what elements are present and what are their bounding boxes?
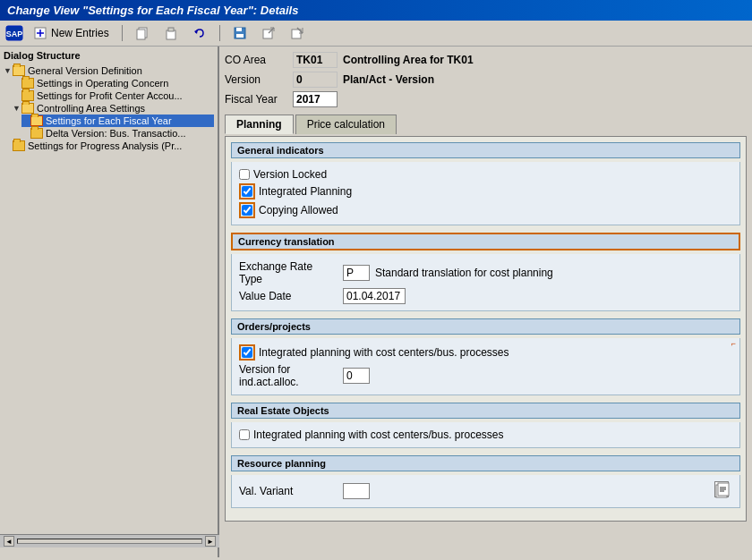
tree-label-prog: Settings for Progress Analysis (Pr... (28, 140, 182, 151)
tree-item-profit-center[interactable]: Settings for Profit Center Accou... (13, 89, 214, 102)
orders-projects-body: Integrated planning with cost centers/bu… (231, 338, 740, 395)
folder-icon-prog (13, 140, 25, 151)
folder-icon-oc (21, 78, 34, 89)
folder-icon-pc (21, 90, 34, 101)
integrated-planning-checkbox[interactable] (242, 186, 252, 197)
tree-label-dv: Delta Version: Bus. Transactio... (46, 128, 186, 139)
version-ind-act-label: Version for ind.act.alloc. (239, 363, 338, 388)
copying-allowed-checkbox[interactable] (242, 205, 252, 216)
co-area-label: CO Area (225, 54, 287, 66)
window-title: Change View "Settings for Each Fiscal Ye… (7, 4, 298, 17)
value-date-input[interactable] (343, 288, 406, 304)
val-variant-label: Val. Variant (239, 485, 338, 497)
value-date-label: Value Date (239, 290, 338, 302)
section-resource-planning: Resource planning Val. Variant (231, 455, 740, 508)
currency-translation-body: Exchange Rate Type Standard translation … (231, 254, 740, 311)
real-estate-integrated-planning-label: Integrated planning with cost centers/bu… (253, 428, 504, 441)
orders-integrated-planning-wrapper (239, 344, 255, 361)
svg-rect-11 (236, 28, 242, 31)
version-locked-row: Version Locked (239, 168, 732, 181)
sidebar-title: Dialog Structure (4, 50, 214, 61)
copying-allowed-label: Copying Allowed (259, 204, 338, 216)
version-locked-checkbox[interactable] (239, 169, 250, 180)
tab-price-calculation[interactable]: Price calculation (295, 115, 397, 134)
exchange-rate-type-desc: Standard translation for cost planning (375, 267, 553, 279)
tree-item-general[interactable]: ▼ General Version Definition (4, 64, 214, 77)
exchange-rate-type-input[interactable] (343, 265, 370, 281)
paste-button[interactable] (159, 23, 183, 43)
save-button[interactable] (228, 23, 252, 43)
version-ind-act-input[interactable] (343, 368, 370, 384)
tree-label-oc: Settings in Operating Concern (37, 78, 168, 89)
tree-item-operating-concern[interactable]: Settings in Operating Concern (13, 77, 214, 89)
tree-arrow-general: ▼ (4, 66, 13, 75)
undo-button[interactable] (188, 23, 211, 43)
export-button[interactable] (257, 23, 280, 43)
val-variant-row: Val. Variant (239, 481, 732, 501)
version-value: 0 (293, 72, 338, 88)
exchange-rate-type-label: Exchange Rate Type (239, 260, 338, 285)
svg-text:SAP: SAP (6, 30, 23, 38)
orders-integrated-planning-row: Integrated planning with cost centers/bu… (239, 344, 732, 361)
folder-icon-dv (30, 128, 43, 139)
real-estate-body: Integrated planning with cost centers/bu… (231, 422, 740, 448)
orders-projects-header: Orders/projects (231, 318, 740, 335)
tab-planning[interactable]: Planning (225, 115, 294, 134)
val-variant-input[interactable] (343, 483, 370, 499)
copy-doc-icon[interactable] (714, 481, 729, 497)
new-entries-button[interactable]: New Entries (29, 23, 114, 43)
sidebar: Dialog Structure ▼ General Version Defin… (0, 47, 219, 557)
tree-item-delta-version[interactable]: Delta Version: Bus. Transactio... (21, 127, 214, 140)
version-label: Version (225, 73, 287, 86)
tree-item-controlling[interactable]: ▼ Controlling Area Settings (13, 102, 214, 115)
tree-label-ctrl: Controlling Area Settings (37, 103, 145, 114)
real-estate-integrated-planning-checkbox[interactable] (239, 429, 250, 440)
version-ind-act-row: Version for ind.act.alloc. (239, 363, 732, 388)
tree-item-fiscal-year[interactable]: Settings for Each Fiscal Year (21, 115, 214, 127)
import-button[interactable] (286, 23, 309, 43)
tabs: Planning Price calculation (225, 115, 747, 134)
sidebar-scrollbar[interactable]: ◄ ► (0, 534, 219, 547)
main-container: Dialog Structure ▼ General Version Defin… (0, 47, 752, 557)
copying-allowed-row: Copying Allowed (239, 202, 732, 218)
integrated-planning-label: Integrated Planning (259, 185, 352, 198)
orders-integrated-planning-label: Integrated planning with cost centers/bu… (259, 346, 509, 359)
content-area: CO Area TK01 Controlling Area for TK01 V… (219, 47, 752, 557)
title-bar: Change View "Settings for Each Fiscal Ye… (0, 0, 752, 21)
section-general-indicators: General indicators Version Locked Integr… (231, 142, 740, 225)
tree-item-progress[interactable]: Settings for Progress Analysis (Pr... (4, 140, 214, 152)
tree-arrow-ctrl: ▼ (13, 104, 21, 113)
folder-icon-general (13, 65, 25, 76)
value-date-row: Value Date (239, 288, 732, 304)
toolbar: SAP New Entries (0, 21, 752, 47)
sap-icon: SAP (5, 25, 23, 41)
tab-content-planning: General indicators Version Locked Integr… (225, 136, 747, 522)
svg-rect-12 (236, 34, 244, 38)
paste-icon (164, 26, 178, 40)
tree-label-general: General Version Definition (28, 65, 142, 76)
integrated-planning-checkbox-wrapper (239, 183, 255, 199)
copy-icon (135, 26, 150, 40)
orders-integrated-planning-checkbox[interactable] (242, 347, 252, 358)
doc-icon-spacer (714, 481, 732, 501)
section-orders-projects: Orders/projects Integrated planning with… (231, 318, 740, 395)
version-desc: Plan/Act - Version (343, 73, 747, 86)
real-estate-header: Real Estate Objects (231, 403, 740, 419)
section-real-estate: Real Estate Objects Integrated planning … (231, 403, 740, 448)
form-header: CO Area TK01 Controlling Area for TK01 V… (225, 52, 747, 107)
scroll-right-btn[interactable]: ► (205, 536, 216, 547)
svg-rect-6 (137, 30, 145, 39)
save-icon (233, 26, 247, 40)
general-indicators-header: General indicators (231, 142, 740, 158)
scroll-left-btn[interactable]: ◄ (4, 536, 14, 547)
tree-label-pc: Settings for Profit Center Accou... (37, 90, 183, 101)
folder-icon-fy (30, 115, 43, 126)
integrated-planning-row: Integrated Planning (239, 183, 732, 199)
svg-marker-9 (194, 30, 198, 34)
general-indicators-body: Version Locked Integrated Planning Copyi… (231, 162, 740, 225)
svg-rect-8 (168, 28, 174, 31)
undo-icon (192, 26, 207, 40)
copy-button[interactable] (131, 23, 154, 43)
resize-handle-icon: ⌐ (731, 340, 736, 348)
real-estate-integrated-planning-row: Integrated planning with cost centers/bu… (239, 428, 732, 441)
